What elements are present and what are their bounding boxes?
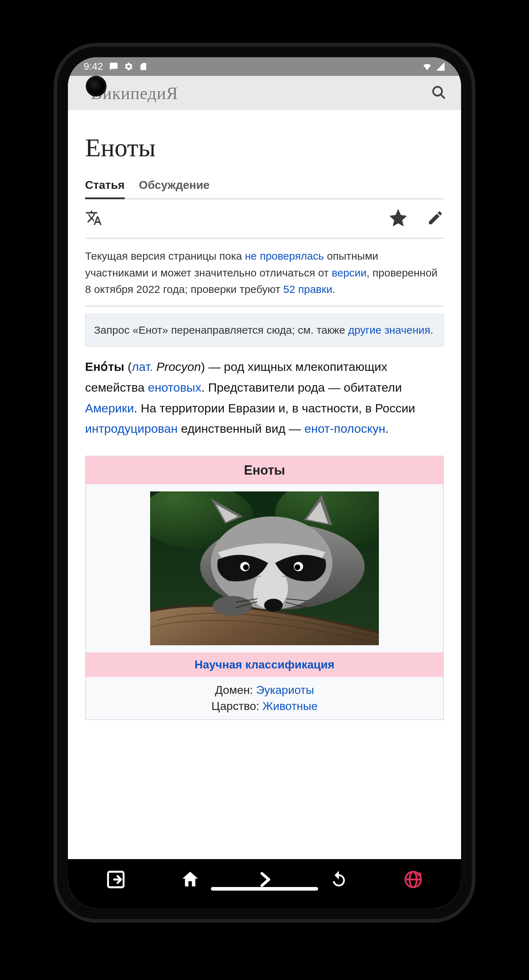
hatnote-link-disambig[interactable]: другие значения (348, 324, 431, 336)
hatnote-text: . (431, 324, 433, 336)
lead-text (153, 360, 156, 374)
taxo-row: Царство: Животные (86, 698, 443, 714)
hatnote: Запрос «Енот» перенаправляется сюда; см.… (85, 314, 444, 347)
edit-button[interactable] (427, 209, 444, 228)
lead-text: . На территории Евразии и, в частности, … (134, 401, 415, 415)
nav-globe-button[interactable] (400, 867, 426, 893)
svg-point-10 (294, 565, 300, 570)
lead-text: . (385, 422, 389, 435)
notice-link-unreviewed[interactable]: не проверялась (245, 250, 324, 262)
svg-line-1 (441, 95, 445, 99)
notice-text: . (332, 283, 335, 295)
screen: 9:42 (68, 57, 461, 908)
notice-text: Текущая версия страницы пока (85, 250, 245, 262)
lead-bold: Ено́ты (85, 360, 124, 374)
wifi-icon (421, 62, 433, 72)
lead-latin: Procyon (156, 360, 201, 374)
language-button[interactable] (85, 209, 102, 228)
lead-link-species[interactable]: енот-полоскун (305, 422, 385, 435)
page-actions (85, 199, 444, 239)
phone-frame: 9:42 (57, 46, 472, 919)
svg-point-0 (433, 87, 442, 96)
settings-icon (124, 62, 133, 71)
nav-refresh-button[interactable] (326, 867, 352, 893)
review-notice: Текущая версия страницы пока не проверял… (85, 239, 444, 307)
svg-point-16 (417, 872, 421, 876)
hatnote-text: Запрос «Енот» перенаправляется сюда; см.… (94, 324, 348, 336)
infobox-subtitle[interactable]: Научная классификация (86, 652, 443, 677)
lead-text: . Представители рода — обитатели (201, 380, 402, 394)
lead-text: единственный вид — (178, 422, 305, 435)
lead-link-lat[interactable]: лат. (132, 360, 153, 374)
home-icon (180, 869, 200, 891)
notice-link-edits[interactable]: 52 правки (283, 283, 332, 295)
language-icon (85, 221, 102, 228)
front-camera (86, 76, 106, 97)
search-icon (431, 95, 447, 102)
taxo-label: Царство: (211, 700, 259, 713)
lead-link-america[interactable]: Америки (85, 401, 134, 415)
gesture-bar[interactable] (211, 887, 318, 891)
infobox: Еноты (85, 456, 444, 720)
page-tabs: Статья Обсуждение (85, 175, 444, 199)
taxo-link-domain[interactable]: Эукариоты (256, 684, 314, 696)
star-icon (389, 221, 407, 228)
lead-text: ( (124, 360, 132, 374)
status-bar: 9:42 (68, 57, 461, 76)
messages-icon (109, 62, 118, 71)
svg-point-8 (243, 565, 249, 570)
refresh-icon (329, 869, 349, 891)
page-title: Еноты (85, 133, 444, 163)
lead-link-introduced[interactable]: интродуцирован (85, 422, 178, 435)
article-content: Еноты Статья Обсуждение (68, 110, 461, 859)
raccoon-illustration (150, 492, 379, 645)
taxo-label: Домен: (215, 684, 253, 696)
lead-link-family[interactable]: енотовых (148, 380, 201, 394)
watch-button[interactable] (389, 209, 407, 228)
tab-talk[interactable]: Обсуждение (139, 175, 210, 199)
svg-point-11 (264, 599, 283, 612)
taxonomy: Домен: Эукариоты Царство: Животные (86, 677, 443, 719)
taxo-link-kingdom[interactable]: Животные (262, 700, 318, 713)
nav-home-button[interactable] (177, 867, 203, 893)
bottom-nav (68, 859, 461, 908)
infobox-image[interactable] (86, 484, 443, 652)
notice-link-version[interactable]: версии (332, 267, 367, 278)
nav-exit-button[interactable] (103, 867, 129, 893)
lead-paragraph: Ено́ты (лат. Procyon) — род хищных млеко… (85, 356, 444, 439)
sd-card-icon (139, 62, 148, 71)
infobox-subtitle-text: Научная классификация (194, 658, 334, 671)
infobox-title: Еноты (86, 457, 443, 484)
search-button[interactable] (431, 84, 447, 102)
svg-point-12 (213, 596, 252, 616)
taxo-row: Домен: Эукариоты (86, 682, 443, 698)
tab-article[interactable]: Статья (85, 175, 125, 199)
cell-signal-icon (435, 62, 445, 72)
exit-icon (105, 869, 126, 891)
app-header: ВикипедиЯ (68, 76, 461, 110)
pencil-icon (427, 221, 444, 228)
status-time: 9:42 (84, 61, 103, 72)
globe-icon (403, 869, 424, 891)
